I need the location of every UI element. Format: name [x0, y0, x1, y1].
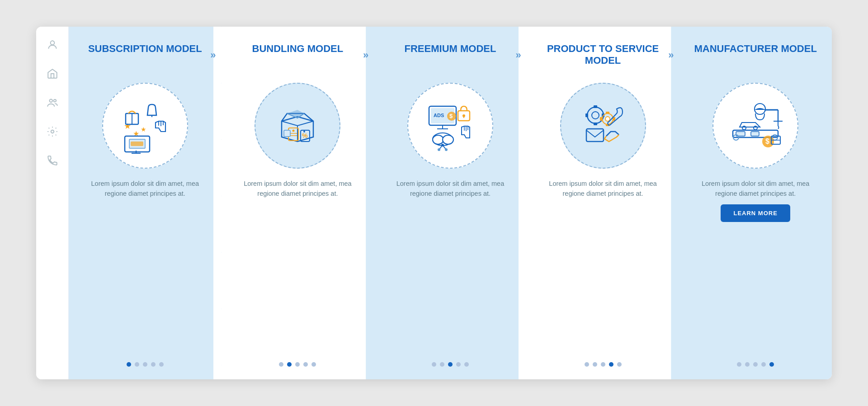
- cards-container: SUBSCRIPTION MODEL ★ ★ ★: [69, 27, 832, 379]
- dot-5[interactable]: [159, 362, 164, 367]
- dot-3[interactable]: [601, 362, 605, 367]
- chevron-arrow-2: »: [363, 49, 368, 61]
- svg-rect-64: [751, 132, 759, 136]
- svg-text:★: ★: [141, 126, 146, 133]
- svg-rect-26: [284, 130, 290, 137]
- card-bundling: BUNDLING MODEL: [222, 27, 374, 379]
- svg-rect-60: [586, 129, 604, 142]
- svg-point-0: [50, 41, 54, 45]
- subscription-icon-circle: ★ ★ ★: [102, 83, 188, 169]
- dot-1[interactable]: [585, 362, 589, 367]
- learn-more-button[interactable]: LEARN MORE: [721, 204, 790, 222]
- svg-point-43: [438, 148, 440, 151]
- people-icon[interactable]: [45, 95, 60, 110]
- card-freemium-description: Lorem ipsum dolor sit dim amet, mea regi…: [396, 179, 505, 199]
- card-subscription: SUBSCRIPTION MODEL ★ ★ ★: [69, 27, 222, 379]
- svg-point-39: [443, 135, 453, 144]
- dot-5[interactable]: [311, 362, 316, 367]
- dot-3[interactable]: [143, 362, 147, 367]
- card-subscription-title: SUBSCRIPTION MODEL: [88, 43, 202, 75]
- svg-point-1: [49, 99, 52, 102]
- svg-rect-52: [585, 113, 588, 117]
- card-freemium-title: FREEMIUM MODEL: [405, 43, 496, 75]
- card-bundling-title: BUNDLING MODEL: [252, 43, 344, 75]
- svg-text:$: $: [449, 113, 453, 119]
- chevron-arrow-4: »: [668, 49, 674, 61]
- pts-icon-circle: [560, 83, 646, 169]
- dot-5[interactable]: [464, 362, 469, 367]
- card-manufacturer-description: Lorem ipsum dolor sit dim amet, mea regi…: [701, 179, 810, 199]
- chevron-arrow-1: »: [210, 49, 216, 61]
- phone-icon[interactable]: [45, 153, 60, 168]
- manufacturer-icon-circle: $: [712, 83, 798, 169]
- dot-2[interactable]: [440, 362, 444, 367]
- svg-rect-58: [600, 117, 602, 121]
- svg-text:★: ★: [124, 122, 131, 131]
- dot-5[interactable]: [617, 362, 622, 367]
- card-pts-title: PRODUCT TO SERVICE MODEL: [539, 43, 667, 75]
- dot-4[interactable]: [609, 362, 613, 367]
- dot-3[interactable]: [753, 362, 758, 367]
- dot-4[interactable]: [151, 362, 156, 367]
- sidebar: [36, 27, 69, 379]
- svg-text:$: $: [765, 137, 769, 145]
- card-freemium: FREEMIUM MODEL ADS $: [374, 27, 527, 379]
- svg-point-44: [445, 148, 448, 151]
- svg-point-49: [592, 112, 599, 119]
- dot-5[interactable]: [769, 362, 774, 367]
- svg-rect-56: [606, 112, 609, 114]
- main-container: SUBSCRIPTION MODEL ★ ★ ★: [36, 27, 832, 379]
- svg-rect-50: [594, 105, 597, 108]
- card-product-to-service: PRODUCT TO SERVICE MODEL: [527, 27, 679, 379]
- svg-text:ADS: ADS: [434, 113, 444, 118]
- dot-2[interactable]: [135, 362, 139, 367]
- svg-rect-51: [594, 123, 597, 125]
- svg-point-2: [53, 99, 56, 102]
- dot-1[interactable]: [432, 362, 436, 367]
- chevron-arrow-3: »: [516, 49, 521, 61]
- dot-1[interactable]: [127, 362, 131, 367]
- home-icon[interactable]: [45, 66, 60, 81]
- dot-2[interactable]: [745, 362, 750, 367]
- svg-point-38: [433, 135, 443, 144]
- freemium-icon-circle: ADS $: [407, 83, 493, 169]
- card-pts-description: Lorem ipsum dolor sit dim amet, mea regi…: [549, 179, 657, 199]
- dot-2[interactable]: [593, 362, 597, 367]
- svg-point-25: [303, 131, 305, 132]
- pts-dots: [585, 354, 622, 367]
- svg-point-3: [51, 130, 54, 133]
- svg-point-55: [605, 117, 610, 121]
- card-manufacturer-title: MANUFACTURER MODEL: [694, 43, 817, 75]
- svg-point-20: [292, 130, 295, 132]
- bundling-icon-circle: %: [255, 83, 340, 169]
- svg-text:%: %: [302, 132, 308, 139]
- dot-4[interactable]: [761, 362, 766, 367]
- dot-3[interactable]: [295, 362, 300, 367]
- dot-2[interactable]: [287, 362, 292, 367]
- card-manufacturer: MANUFACTURER MODEL: [679, 27, 832, 379]
- dot-1[interactable]: [737, 362, 741, 367]
- dot-4[interactable]: [456, 362, 461, 367]
- card-subscription-description: Lorem ipsum dolor sit dim amet, mea regi…: [91, 179, 199, 199]
- svg-rect-15: [131, 142, 143, 146]
- dot-1[interactable]: [279, 362, 283, 367]
- settings-icon[interactable]: [45, 124, 60, 139]
- manufacturer-dots: [737, 354, 774, 367]
- card-bundling-description: Lorem ipsum dolor sit dim amet, mea regi…: [243, 179, 352, 199]
- dot-4[interactable]: [303, 362, 308, 367]
- freemium-dots: [432, 354, 469, 367]
- subscription-dots: [127, 354, 164, 367]
- dot-3[interactable]: [448, 362, 453, 367]
- user-icon[interactable]: [45, 38, 60, 52]
- bundling-dots: [279, 354, 316, 367]
